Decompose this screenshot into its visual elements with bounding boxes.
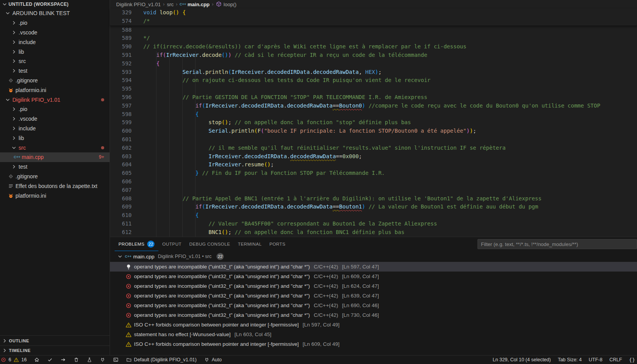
modified-dot-badge (101, 98, 104, 101)
tree-item-label: platformio.ini (15, 193, 46, 199)
problem-row[interactable]: statement has no effect [-Wunused-value]… (110, 330, 637, 339)
problem-message: operand types are incompatible ("uint32_… (134, 302, 310, 308)
tree-item-lib[interactable]: lib (0, 133, 110, 143)
pio-serial-monitor[interactable] (96, 355, 109, 364)
language-mode[interactable]: {} (625, 355, 636, 364)
panel-tab-output[interactable]: OUTPUT (158, 237, 185, 251)
indentation[interactable]: Tab Size: 4 (554, 355, 585, 364)
problem-row[interactable]: operand types are incompatible ("uint32_… (110, 272, 637, 281)
problems-summary[interactable]: 616 (0, 355, 30, 364)
breadcrumb-separator: › (212, 2, 213, 7)
line-number: 589 (110, 34, 132, 43)
pio-port[interactable]: Auto (200, 355, 225, 364)
code-line: 603 IrReceiver.decodedIRData.decodedRawD… (110, 152, 637, 161)
problem-row[interactable]: operand types are incompatible ("uint32_… (110, 310, 637, 320)
cursor-position[interactable]: Ln 329, Col 10 (4 selected) (489, 355, 554, 364)
chevron-down-icon (5, 97, 11, 103)
tree-item-arduino-blink-test[interactable]: ARDUINO BLINK TEST (0, 9, 110, 18)
problem-source: C/C++(42) (314, 273, 338, 279)
problem-message: operand types are incompatible ("uint32_… (134, 312, 310, 318)
pio-build[interactable] (43, 355, 57, 364)
problems-file-header[interactable]: C++main.cppDigilink PFIO_v1.01 • src22 (110, 251, 637, 262)
problem-row[interactable]: operand types are incompatible ("uint32_… (110, 281, 637, 291)
tree-item-.pio[interactable]: .pio (0, 18, 110, 28)
sidebar-section-outline[interactable]: OUTLINE (0, 336, 110, 345)
problems-count-badge: 22 (147, 241, 155, 248)
code-line: 608 // Partie Appel de BNC1 (entrée 1 à … (110, 195, 637, 203)
code-line: 610 { (110, 211, 637, 220)
language-mode-label: {} (629, 357, 635, 363)
breadcrumb-item[interactable]: loop() (216, 1, 236, 7)
panel-tab-problems[interactable]: PROBLEMS22 (115, 237, 158, 251)
sticky-scroll: 329void loop() {574/* (110, 9, 637, 26)
breadcrumb-item[interactable]: C++main.cpp (180, 1, 209, 7)
pio-upload[interactable] (57, 355, 70, 364)
code-line: 592 { (110, 60, 637, 68)
file-tree: ARDUINO BLINK TEST.pio.vscodeincludelibs… (0, 9, 110, 335)
problem-row[interactable]: operand types are incompatible ("uint32_… (110, 291, 637, 301)
home-icon (34, 357, 40, 363)
problems-summary-label: 16 (21, 357, 27, 362)
pio-test[interactable] (83, 355, 96, 364)
pio-env[interactable]: Default (Digilink PFIO_v1.01) (122, 355, 200, 364)
tree-item-test[interactable]: test (0, 162, 110, 172)
tree-item-.gitignore[interactable]: .gitignore (0, 172, 110, 181)
panel-tab-debug-console[interactable]: DEBUG CONSOLE (185, 237, 234, 251)
line-number: 595 (110, 85, 132, 93)
sidebar-section-timeline[interactable]: TIMELINE (0, 345, 110, 355)
problems-filter-input[interactable] (477, 239, 637, 249)
problem-row[interactable]: ISO C++ forbids comparison between point… (110, 320, 637, 330)
line-number: 612 (110, 228, 132, 237)
tree-item-platformio.ini[interactable]: platformio.ini (0, 191, 110, 200)
pio-new-terminal[interactable] (109, 355, 122, 364)
chevron-down-icon (2, 1, 8, 7)
tree-item-main.cpp[interactable]: C++main.cpp9+ (0, 152, 110, 162)
problem-message: operand types are incompatible ("uint32_… (134, 283, 310, 289)
tree-item-.vscode[interactable]: .vscode (0, 28, 110, 38)
tree-item-test[interactable]: test (0, 66, 110, 76)
eol[interactable]: CRLF (606, 355, 626, 364)
problem-row[interactable]: operand types are incompatible ("uint32_… (110, 301, 637, 310)
panel-tab-terminal[interactable]: TERMINAL (234, 237, 265, 251)
tree-item-.vscode[interactable]: .vscode (0, 114, 110, 124)
tree-item-src[interactable]: src (0, 56, 110, 66)
error-circle-icon (125, 283, 132, 289)
code-line: 596 // Partie GESTION DE LA FONCTION "ST… (110, 93, 637, 102)
line-number: 600 (110, 127, 132, 135)
line-number: 603 (110, 152, 132, 161)
line-number: 610 (110, 211, 132, 220)
tree-item-include[interactable]: include (0, 124, 110, 133)
tree-item-effet-des-boutons-de-la-zapette.txt[interactable]: Effet des boutons de la zapette.txt (0, 181, 110, 191)
problems-file-badge: 22 (216, 253, 224, 260)
tree-item-label: lib (19, 49, 24, 55)
lightbulb-icon (125, 264, 132, 270)
panel-tab-ports[interactable]: PORTS (266, 237, 289, 251)
code-text: } // Fin du IF pour la Fonction STOP par… (143, 169, 385, 178)
tree-item-.pio[interactable]: .pio (0, 104, 110, 114)
workspace-header[interactable]: UNTITLED (WORKSPACE) (0, 0, 110, 9)
tree-item-src[interactable]: src (0, 143, 110, 152)
tree-item-include[interactable]: include (0, 37, 110, 47)
problem-source: C/C++(42) (314, 264, 338, 270)
tree-item-.gitignore[interactable]: .gitignore (0, 76, 110, 85)
tree-item-lib[interactable]: lib (0, 47, 110, 56)
pio-icon (8, 193, 14, 199)
breadcrumb-item[interactable]: Digilink PFIO_v1.01 (116, 2, 161, 7)
problem-row[interactable]: ISO C++ forbids comparison between point… (110, 339, 637, 349)
chevron-right-icon (11, 20, 17, 26)
pio-home[interactable] (30, 355, 43, 364)
code-editor[interactable]: 588589*/590// if(irrecv.decode(&results)… (110, 26, 637, 237)
tree-item-platformio.ini[interactable]: platformio.ini (0, 85, 110, 95)
plug-icon (204, 357, 210, 363)
method-icon (216, 1, 222, 7)
line-number: 606 (110, 178, 132, 186)
pio-clean[interactable] (70, 355, 83, 364)
tree-item-digilink-pfio-v1.01[interactable]: Digilink PFIO_v1.01 (0, 95, 110, 104)
breadcrumb-item[interactable]: src (167, 2, 173, 7)
line-number: 604 (110, 161, 132, 169)
tree-item-label: src (19, 58, 26, 64)
code-text: if(IrReceiver.decodedIRData.decodedRawDa… (143, 102, 600, 110)
encoding[interactable]: UTF-8 (585, 355, 606, 364)
cpp-icon: C++ (180, 1, 186, 7)
problem-row[interactable]: operand types are incompatible ("uint32_… (110, 262, 637, 272)
